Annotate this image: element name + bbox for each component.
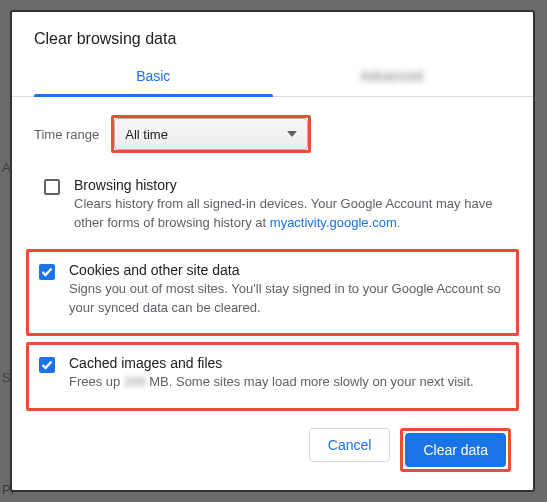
tab-basic[interactable]: Basic (34, 58, 273, 96)
option-text: Cached images and files Frees up 200 MB.… (69, 355, 512, 392)
desc-text: MB. Some sites may load more slowly on y… (146, 374, 474, 389)
option-text: Cookies and other site data Signs you ou… (69, 262, 512, 318)
select-value: All time (125, 127, 168, 142)
timerange-label: Time range (34, 127, 99, 142)
myactivity-link[interactable]: myactivity.google.com (270, 215, 397, 230)
timerange-select[interactable]: All time (114, 118, 308, 150)
desc-text: Frees up (69, 374, 124, 389)
desc-text: . (397, 215, 401, 230)
option-desc: Signs you out of most sites. You'll stay… (69, 280, 512, 318)
option-title: Cookies and other site data (69, 262, 512, 278)
option-desc: Frees up 200 MB. Some sites may load mor… (69, 373, 512, 392)
chevron-down-icon (287, 131, 297, 137)
option-title: Browsing history (74, 177, 505, 193)
option-desc: Clears history from all signed-in device… (74, 195, 505, 233)
checkbox-cache[interactable] (39, 357, 55, 373)
option-text: Browsing history Clears history from all… (74, 177, 505, 233)
highlight-timerange: All time (111, 115, 311, 153)
tab-label: Advanced (361, 68, 423, 84)
option-title: Cached images and files (69, 355, 512, 371)
highlight-cookies: Cookies and other site data Signs you ou… (26, 249, 519, 337)
dialog-footer: Cancel Clear data (12, 414, 533, 490)
tab-label: Basic (136, 68, 170, 84)
option-browsing-history: Browsing history Clears history from all… (34, 167, 511, 245)
check-icon (41, 360, 53, 370)
option-cache: Cached images and files Frees up 200 MB.… (29, 345, 516, 404)
option-cookies: Cookies and other site data Signs you ou… (29, 252, 516, 330)
checkbox-history[interactable] (44, 179, 60, 195)
tabs: Basic Advanced (12, 58, 533, 97)
highlight-clear-button: Clear data (400, 428, 511, 472)
clear-browsing-data-dialog: Clear browsing data Basic Advanced Time … (10, 10, 535, 492)
check-icon (41, 267, 53, 277)
clear-data-button[interactable]: Clear data (405, 433, 506, 467)
dialog-body: Time range All time Browsing history Cle… (12, 97, 533, 414)
blurred-size: 200 (124, 373, 146, 392)
dialog-title: Clear browsing data (12, 12, 533, 58)
highlight-cache: Cached images and files Frees up 200 MB.… (26, 342, 519, 411)
checkbox-cookies[interactable] (39, 264, 55, 280)
timerange-row: Time range All time (34, 97, 511, 167)
cancel-button[interactable]: Cancel (309, 428, 391, 462)
tab-advanced[interactable]: Advanced (273, 58, 512, 96)
